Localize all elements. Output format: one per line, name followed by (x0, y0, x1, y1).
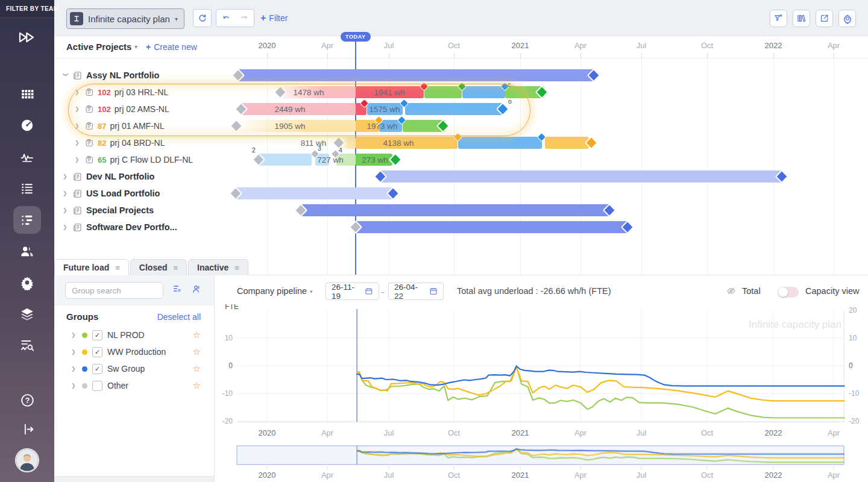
undo-icon[interactable] (218, 13, 235, 23)
chevron-down-icon: ▾ (310, 289, 313, 295)
gantt-bar[interactable] (405, 103, 504, 115)
gantt-bar[interactable] (301, 204, 609, 216)
group-expander-icon[interactable]: ❯ (71, 332, 77, 338)
calendar-icon (429, 287, 438, 296)
timeline-label: Apr (574, 41, 587, 50)
tab-future-load[interactable]: Future load≡ (54, 259, 129, 275)
library-icon[interactable] (793, 10, 810, 27)
export-icon[interactable] (816, 10, 833, 27)
grid-view-icon[interactable] (13, 80, 41, 108)
row-name[interactable]: US Load Portfolio (86, 189, 160, 198)
people-icon[interactable] (13, 237, 41, 265)
gantt-bar[interactable] (380, 171, 782, 183)
date-from-field[interactable]: 26-11-19 (326, 283, 379, 300)
group-checkbox[interactable]: ✓ (92, 364, 102, 374)
row-name[interactable]: Software Dev Portfo... (86, 222, 177, 232)
group-search-input[interactable] (65, 282, 163, 299)
favorite-star-icon[interactable]: ☆ (193, 380, 201, 391)
bottom-tabs: Future load≡Closed≡Inactive≡ (54, 259, 250, 275)
gantt-view-icon[interactable] (13, 206, 41, 234)
add-filter-button[interactable]: + Filter (260, 13, 288, 23)
row-expander-icon[interactable]: ❯ (63, 174, 69, 180)
x-tick-label: Oct (448, 428, 461, 437)
timeline-label: Oct (448, 41, 460, 50)
row-name[interactable]: prj 01 AMF-NL (110, 121, 164, 131)
bar-hours-label: 4138 wh (383, 139, 414, 148)
row-name[interactable]: Special Projects (86, 205, 154, 215)
group-checkbox[interactable]: ✓ (92, 347, 102, 357)
row-name[interactable]: prj 04 BRD-NL (110, 138, 165, 148)
deselect-all-link[interactable]: Deselect all (157, 312, 201, 322)
row-name[interactable]: prj 03 HRL-NL (115, 87, 168, 97)
gantt-bar[interactable] (424, 86, 462, 98)
favorite-star-icon[interactable]: ☆ (193, 363, 201, 374)
date-to-value: 26-04-22 (394, 283, 425, 301)
gantt-bar[interactable] (356, 221, 627, 233)
gantt-gridline (707, 58, 708, 275)
group-name[interactable]: Sw Group (107, 364, 145, 374)
pipeline-selector[interactable]: Company pipeline (237, 286, 307, 296)
settings-icon[interactable] (13, 269, 41, 296)
favorite-star-icon[interactable]: ☆ (193, 330, 201, 340)
group-color-dot (82, 349, 87, 355)
overview-chart[interactable]: 2020AprJulOct2021AprJulOct2022Apr (214, 443, 868, 482)
row-expander-icon[interactable]: ❯ (75, 123, 81, 129)
gantt-bar[interactable] (545, 137, 589, 149)
redo-icon[interactable] (235, 13, 252, 23)
group-name[interactable]: WW Production (107, 347, 166, 357)
row-expander-icon[interactable]: ❯ (75, 140, 81, 146)
gantt-bar[interactable] (462, 86, 505, 98)
gantt-bar[interactable] (238, 69, 594, 81)
row-expander-icon[interactable]: ❯ (63, 190, 69, 196)
list-view-icon[interactable] (13, 175, 41, 202)
row-expander-icon[interactable]: ❯ (75, 89, 81, 95)
row-expander-icon[interactable]: ❯ (63, 224, 69, 230)
display-options-icon[interactable]: D (172, 284, 182, 295)
logout-icon[interactable] (13, 415, 41, 443)
layers-icon[interactable] (13, 300, 41, 328)
capacity-view-toggle[interactable] (778, 287, 799, 298)
date-to-field[interactable]: 26-04-22 (388, 283, 444, 300)
group-checkbox[interactable]: ✓ (92, 330, 102, 340)
waveform-icon[interactable] (13, 143, 41, 171)
tab-menu-icon[interactable]: ≡ (234, 263, 239, 272)
gantt-bar[interactable] (235, 187, 393, 199)
gantt-bar[interactable] (259, 154, 312, 166)
tab-menu-icon[interactable]: ≡ (115, 263, 120, 272)
refresh-button[interactable] (193, 9, 212, 27)
row-expander-icon[interactable]: ❯ (63, 72, 69, 78)
pipeline-chart[interactable]: Infinite capacity planFTE20101000-10-10-… (214, 304, 868, 443)
row-expander-icon[interactable]: ❯ (75, 106, 81, 112)
user-avatar[interactable] (13, 446, 41, 474)
portfolio-icon (72, 70, 83, 81)
row-name[interactable]: prj 02 AMS-NL (115, 104, 169, 114)
row-expander-icon[interactable]: ❯ (75, 157, 81, 163)
row-name[interactable]: Assy NL Portfolio (86, 70, 159, 80)
total-visibility-toggle[interactable]: Total (726, 286, 761, 296)
help-icon[interactable]: ? (13, 386, 41, 414)
gantt-bar[interactable] (458, 137, 542, 149)
gantt-row-label: ❯Software Dev Portfo... (63, 221, 177, 234)
tab-closed[interactable]: Closed≡ (130, 259, 187, 275)
tab-inactive[interactable]: Inactive≡ (188, 259, 248, 275)
row-name[interactable]: prj C Flow LD DLF-NL (110, 155, 193, 164)
group-name[interactable]: Other (107, 381, 128, 390)
gear-icon[interactable] (838, 10, 856, 27)
timeline-tick (580, 53, 581, 58)
gantt-gridline (641, 58, 642, 275)
group-people-icon[interactable] (192, 284, 202, 296)
group-expander-icon[interactable]: ❯ (71, 366, 77, 372)
tab-menu-icon[interactable]: ≡ (174, 263, 178, 272)
resource-search-icon[interactable] (13, 331, 41, 359)
gauge-icon[interactable] (13, 111, 41, 139)
plan-selector-button[interactable]: Infinite capacity plan ▾ (66, 8, 184, 29)
group-expander-icon[interactable]: ❯ (71, 383, 77, 389)
fast-forward-logo[interactable] (13, 23, 41, 51)
favorite-star-icon[interactable]: ☆ (193, 346, 201, 357)
row-name[interactable]: Dev NL Portfolio (86, 172, 154, 181)
group-checkbox[interactable] (92, 381, 102, 391)
favorite-filter-icon[interactable] (770, 10, 787, 27)
group-name[interactable]: NL PROD (107, 330, 145, 340)
row-expander-icon[interactable]: ❯ (63, 207, 69, 213)
group-expander-icon[interactable]: ❯ (71, 349, 77, 355)
